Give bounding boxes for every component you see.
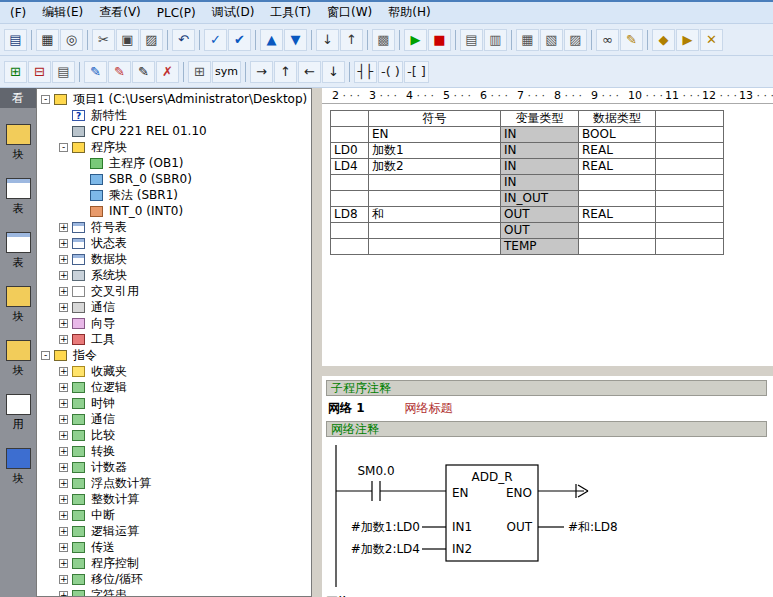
tree-expander[interactable]: + [59, 463, 68, 472]
tree-expander[interactable]: - [59, 143, 68, 152]
tree-item-12[interactable]: +交叉引用 [39, 283, 311, 299]
var-table-cell[interactable]: REAL [579, 207, 656, 223]
run-icon[interactable]: ▶ [404, 29, 427, 51]
var-table-cell[interactable]: 和 [369, 207, 501, 223]
tree-expander[interactable]: + [59, 399, 68, 408]
tree-expander[interactable]: + [59, 447, 68, 456]
tree-item-19[interactable]: +时钟 [39, 395, 311, 411]
tree-item-27[interactable]: +逻辑运算 [39, 523, 311, 539]
var-table-cell[interactable]: LD0 [331, 143, 369, 159]
grid-toggle-icon[interactable]: ⊞ [188, 61, 211, 83]
status-chart-icon[interactable]: ▦ [516, 29, 539, 51]
tree-item-28[interactable]: +传送 [39, 539, 311, 555]
var-table-cell[interactable]: IN [501, 175, 579, 191]
var-table-cell[interactable] [369, 223, 501, 239]
tree-item-23[interactable]: +计数器 [39, 459, 311, 475]
tree-item-5[interactable]: SBR_0 (SBR0) [39, 171, 311, 187]
menu-item-5[interactable]: 工具(T) [262, 1, 319, 24]
var-table-cell[interactable] [656, 239, 724, 255]
sort-descending-icon[interactable]: ↑ [340, 29, 363, 51]
in1-operand[interactable]: #加数1:LD0 [351, 520, 420, 534]
print-preview-icon[interactable]: ◎ [60, 29, 83, 51]
tree-expander[interactable]: + [59, 239, 68, 248]
tree-item-18[interactable]: +位逻辑 [39, 379, 311, 395]
symbolic-addressing-button[interactable]: sym [212, 61, 241, 83]
out-operand[interactable]: #和:LD8 [568, 520, 618, 534]
tree-item-10[interactable]: +数据块 [39, 251, 311, 267]
pou-properties-icon[interactable]: ▤ [52, 61, 75, 83]
network-1-title[interactable]: 网络标题 [405, 400, 453, 417]
menu-item-6[interactable]: 窗口(W) [319, 1, 380, 24]
var-table-cell[interactable] [656, 159, 724, 175]
var-table-cell[interactable] [331, 175, 369, 191]
insert-box-icon[interactable]: -[ ] [404, 61, 429, 83]
options-icon[interactable]: ▩ [372, 29, 395, 51]
compile-all-icon[interactable]: ✔ [228, 29, 251, 51]
contact-sm0-0[interactable]: SM0.0 [357, 464, 394, 501]
var-table-cell[interactable]: BOOL [579, 127, 656, 143]
var-table-cell[interactable] [369, 191, 501, 207]
tree-item-13[interactable]: +通信 [39, 299, 311, 315]
insert-contact-icon[interactable]: ┤├ [354, 61, 377, 83]
add-r-block[interactable]: ADD_R EN ENO IN1 IN2 OUT [446, 465, 538, 561]
tree-item-30[interactable]: +移位/循环 [39, 571, 311, 587]
tree-expander[interactable]: + [59, 415, 68, 424]
tree-expander[interactable]: + [59, 303, 68, 312]
var-table-cell[interactable] [331, 223, 369, 239]
nav-system-block[interactable]: 块 [6, 340, 31, 378]
tree-item-21[interactable]: +比较 [39, 427, 311, 443]
tree-item-3[interactable]: -程序块 [39, 139, 311, 155]
nav-symbol-table[interactable]: 表 [6, 178, 31, 216]
tree-expander[interactable]: + [59, 527, 68, 536]
tree-expander[interactable]: + [59, 543, 68, 552]
glasses-icon[interactable]: ∞ [596, 29, 619, 51]
nav-communications[interactable]: 块 [6, 448, 31, 486]
download-icon[interactable]: ▼ [284, 29, 307, 51]
pen-black-icon[interactable]: ✎ [132, 61, 155, 83]
tree-expander[interactable]: + [59, 559, 68, 568]
nav-cross-reference[interactable]: 用 [6, 394, 31, 432]
var-table-cell[interactable] [331, 127, 369, 143]
in2-operand[interactable]: #加数2:LD4 [351, 542, 420, 556]
var-table-cell[interactable] [369, 175, 501, 191]
menu-item-1[interactable]: 编辑(E) [34, 1, 91, 24]
write-values-icon[interactable]: ✎ [620, 29, 643, 51]
sort-ascending-icon[interactable]: ↓ [316, 29, 339, 51]
chart-status-icon[interactable]: ▥ [484, 29, 507, 51]
tree-item-25[interactable]: +整数计算 [39, 491, 311, 507]
tree-item-31[interactable]: +字符串 [39, 587, 311, 597]
menu-item-4[interactable]: 调试(D) [204, 1, 263, 24]
tree-expander[interactable]: + [59, 591, 68, 597]
force-table-icon[interactable]: ▨ [564, 29, 587, 51]
tree-item-0[interactable]: -项目1 (C:\Users\Administrator\Desktop) [39, 91, 311, 107]
pen-red-icon[interactable]: ✎ [108, 61, 131, 83]
undo-icon[interactable]: ↶ [172, 29, 195, 51]
tree-expander[interactable]: - [41, 95, 50, 104]
tree-item-2[interactable]: CPU 221 REL 01.10 [39, 123, 311, 139]
tree-item-11[interactable]: +系统块 [39, 267, 311, 283]
tree-expander[interactable]: + [59, 287, 68, 296]
var-table-cell[interactable]: IN [501, 159, 579, 175]
nav-status-chart[interactable]: 表 [6, 232, 31, 270]
var-table-cell[interactable]: 加数1 [369, 143, 501, 159]
tree-expander[interactable]: + [59, 223, 68, 232]
line-left-icon[interactable]: ← [298, 61, 321, 83]
var-table-cell[interactable] [579, 175, 656, 191]
vertical-splitter[interactable] [312, 88, 322, 597]
erase-icon[interactable]: ✗ [156, 61, 179, 83]
tree-item-17[interactable]: +收藏夹 [39, 363, 311, 379]
copy-icon[interactable]: ▣ [116, 29, 139, 51]
menu-item-7[interactable]: 帮助(H) [380, 1, 438, 24]
var-table-cell[interactable] [579, 239, 656, 255]
line-up-icon[interactable]: ↑ [274, 61, 297, 83]
var-table-cell[interactable]: TEMP [501, 239, 579, 255]
tree-expander[interactable]: + [59, 431, 68, 440]
line-down-icon[interactable]: ↓ [322, 61, 345, 83]
var-table-cell[interactable]: IN [501, 127, 579, 143]
tree-item-14[interactable]: +向导 [39, 315, 311, 331]
delete-network-icon[interactable]: ⊟ [28, 61, 51, 83]
var-table-cell[interactable]: EN [369, 127, 501, 143]
network-1-comment[interactable]: 网络注释 [326, 421, 767, 437]
tree-item-7[interactable]: INT_0 (INT0) [39, 203, 311, 219]
compile-icon[interactable]: ✓ [204, 29, 227, 51]
